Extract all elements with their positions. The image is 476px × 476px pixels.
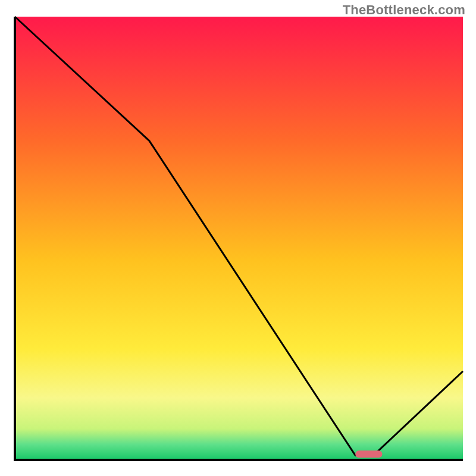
- optimal-marker: [355, 450, 382, 458]
- bottleneck-chart: [0, 0, 476, 476]
- gradient-background: [15, 17, 463, 460]
- chart-frame: TheBottleneck.com: [0, 0, 476, 476]
